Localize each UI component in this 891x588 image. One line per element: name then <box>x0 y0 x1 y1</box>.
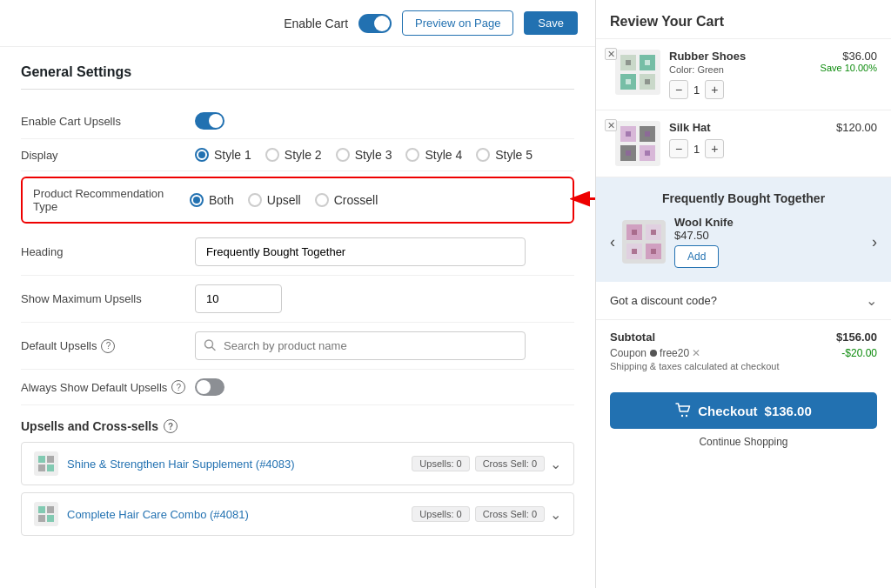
product-icon-2 <box>34 502 58 526</box>
rec-crossell[interactable]: Crossell <box>315 193 379 207</box>
radio-both[interactable] <box>190 193 204 207</box>
svg-rect-26 <box>626 150 631 156</box>
product-recommendation-row: Product Recommendation Type Both Upsell … <box>21 177 574 224</box>
subtotal-section: Subtotal $156.00 Coupon free20 ✕ -$20.00… <box>596 320 891 392</box>
always-show-label: Always Show Default Upsells ? <box>21 380 195 394</box>
upsells-badge-1: Upsells: 0 <box>412 456 469 471</box>
svg-rect-5 <box>47 456 54 463</box>
svg-rect-9 <box>47 506 54 513</box>
fbt-add-button[interactable]: Add <box>674 245 719 268</box>
fbt-title: Frequently Bought Together <box>610 191 877 205</box>
preview-button[interactable]: Preview on Page <box>402 10 513 36</box>
svg-rect-6 <box>38 464 45 471</box>
svg-rect-33 <box>651 230 656 235</box>
default-upsells-control <box>195 331 574 360</box>
display-style4[interactable]: Style 4 <box>405 148 462 162</box>
cart-item-2-close[interactable]: ✕ <box>605 119 617 131</box>
search-input[interactable] <box>195 331 526 360</box>
continue-shopping[interactable]: Continue Shopping <box>596 436 891 462</box>
always-show-info-icon[interactable]: ? <box>171 380 185 394</box>
cart-icon <box>675 403 691 418</box>
product-row-1-toggle[interactable]: ⌄ <box>550 456 561 472</box>
svg-point-37 <box>686 415 687 417</box>
carousel-next[interactable]: › <box>872 233 877 251</box>
search-wrap <box>195 331 526 360</box>
fbt-item-name: Wool Knife <box>674 216 865 229</box>
enable-cart-upsells-toggle[interactable] <box>195 112 224 130</box>
display-style5[interactable]: Style 5 <box>476 148 533 162</box>
heading-input[interactable] <box>195 237 526 266</box>
carousel-prev[interactable]: ‹ <box>610 233 615 251</box>
checkout-button[interactable]: Checkout $136.00 <box>610 392 877 429</box>
save-button[interactable]: Save <box>524 11 578 35</box>
cart-item-2-thumb <box>615 121 660 166</box>
max-upsells-input[interactable] <box>195 284 282 313</box>
qty-decrease-1[interactable]: − <box>669 80 688 99</box>
radio-crossell-label: Crossell <box>334 193 379 207</box>
display-style2[interactable]: Style 2 <box>265 148 322 162</box>
qty-increase-1[interactable]: + <box>705 80 724 99</box>
settings-area: General Settings Enable Cart Upsells Dis… <box>0 47 595 588</box>
product-row-1: Shine & Strengthen Hair Supplement (#408… <box>21 442 574 485</box>
qty-increase-2[interactable]: + <box>705 139 724 158</box>
upsells-section: Upsells and Cross-sells ? Shine & Streng… <box>21 419 574 536</box>
rec-upsell[interactable]: Upsell <box>248 193 301 207</box>
svg-rect-34 <box>632 249 637 254</box>
default-upsells-label: Default Upsells ? <box>21 339 195 353</box>
cart-item-1-qty: − 1 + <box>669 80 812 99</box>
discount-chevron: ⌄ <box>866 292 877 309</box>
max-upsells-row: Show Maximum Upsells <box>21 276 574 323</box>
product-row-2-toggle[interactable]: ⌄ <box>550 506 561 523</box>
radio-style1[interactable] <box>195 148 209 162</box>
always-show-toggle[interactable] <box>195 378 224 396</box>
radio-upsell[interactable] <box>248 193 262 207</box>
product-name-1: Shine & Strengthen Hair Supplement (#408… <box>67 458 412 471</box>
display-label: Display <box>21 149 195 162</box>
svg-rect-17 <box>645 60 650 65</box>
cart-item-2-info: Silk Hat − 1 + <box>669 121 827 158</box>
enable-cart-upsells-row: Enable Cart Upsells <box>21 104 574 139</box>
coupon-remove[interactable]: ✕ <box>692 347 700 359</box>
qty-value-2: 1 <box>693 143 700 156</box>
svg-line-3 <box>212 347 216 351</box>
radio-style2[interactable] <box>265 148 279 162</box>
rec-both[interactable]: Both <box>190 193 234 207</box>
svg-rect-7 <box>47 464 54 471</box>
radio-style4-label: Style 4 <box>425 148 462 162</box>
enable-cart-upsells-label: Enable Cart Upsells <box>21 115 195 128</box>
cart-title: Review Your Cart <box>596 0 891 39</box>
discount-row[interactable]: Got a discount code? ⌄ <box>596 282 891 320</box>
radio-style4[interactable] <box>405 148 419 162</box>
display-style3[interactable]: Style 3 <box>336 148 392 162</box>
radio-style5[interactable] <box>476 148 490 162</box>
cart-item-1-close[interactable]: ✕ <box>605 48 617 60</box>
svg-rect-24 <box>626 131 631 137</box>
display-control: Style 1 Style 2 Style 3 Style 4 Style 5 <box>195 148 574 162</box>
qty-decrease-2[interactable]: − <box>669 139 688 158</box>
top-bar: Enable Cart Preview on Page Save <box>0 0 595 47</box>
upsells-badge-2: Upsells: 0 <box>412 506 469 522</box>
cart-item-1-sub: Color: Green <box>669 64 812 75</box>
display-style1[interactable]: Style 1 <box>195 148 251 162</box>
cart-item-2: ✕ Silk Hat − 1 + $120.00 <box>596 110 891 177</box>
radio-both-label: Both <box>209 193 234 207</box>
coupon-row: Coupon free20 ✕ -$20.00 <box>610 347 877 359</box>
enable-cart-toggle[interactable] <box>358 14 392 33</box>
fbt-item-info: Wool Knife $47.50 Add <box>674 216 865 268</box>
discount-label: Got a discount code? <box>610 294 717 307</box>
svg-rect-18 <box>626 79 631 84</box>
general-settings-title: General Settings <box>21 64 574 90</box>
default-upsells-info-icon[interactable]: ? <box>101 339 115 353</box>
cart-item-1-price: $36.00 <box>821 50 877 63</box>
svg-rect-8 <box>38 506 45 513</box>
cart-item-1-pricing: $36.00 Save 10.00% <box>821 50 877 73</box>
coupon-label: Coupon <box>610 347 646 359</box>
radio-style3[interactable] <box>336 148 350 162</box>
cart-item-2-name: Silk Hat <box>669 121 827 134</box>
subtotal-row: Subtotal $156.00 <box>610 331 877 344</box>
fbt-carousel: ‹ Wool Knife $47.50 <box>610 216 877 268</box>
upsells-info-icon[interactable]: ? <box>164 419 178 433</box>
svg-point-36 <box>681 415 683 417</box>
product-recommendation-label: Product Recommendation Type <box>33 187 190 213</box>
radio-crossell[interactable] <box>315 193 329 207</box>
